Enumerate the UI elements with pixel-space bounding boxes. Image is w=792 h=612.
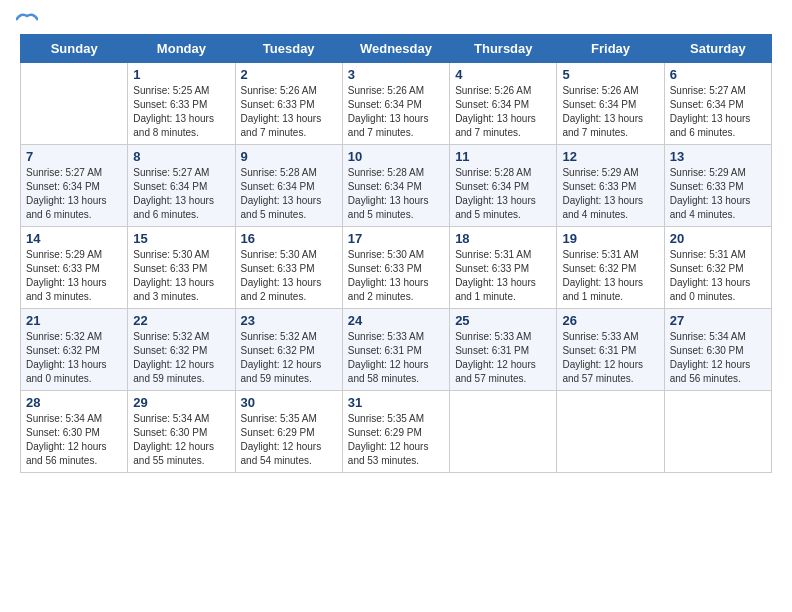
- day-info: Sunrise: 5:33 AM Sunset: 6:31 PM Dayligh…: [455, 330, 551, 386]
- week-row-4: 21Sunrise: 5:32 AM Sunset: 6:32 PM Dayli…: [21, 309, 772, 391]
- day-number: 18: [455, 231, 551, 246]
- day-info: Sunrise: 5:25 AM Sunset: 6:33 PM Dayligh…: [133, 84, 229, 140]
- day-info: Sunrise: 5:32 AM Sunset: 6:32 PM Dayligh…: [133, 330, 229, 386]
- day-number: 21: [26, 313, 122, 328]
- day-number: 2: [241, 67, 337, 82]
- calendar-cell: 5Sunrise: 5:26 AM Sunset: 6:34 PM Daylig…: [557, 63, 664, 145]
- day-number: 19: [562, 231, 658, 246]
- calendar-cell: 10Sunrise: 5:28 AM Sunset: 6:34 PM Dayli…: [342, 145, 449, 227]
- day-info: Sunrise: 5:26 AM Sunset: 6:34 PM Dayligh…: [562, 84, 658, 140]
- day-number: 23: [241, 313, 337, 328]
- day-info: Sunrise: 5:30 AM Sunset: 6:33 PM Dayligh…: [241, 248, 337, 304]
- day-info: Sunrise: 5:31 AM Sunset: 6:33 PM Dayligh…: [455, 248, 551, 304]
- day-info: Sunrise: 5:28 AM Sunset: 6:34 PM Dayligh…: [348, 166, 444, 222]
- day-info: Sunrise: 5:33 AM Sunset: 6:31 PM Dayligh…: [348, 330, 444, 386]
- calendar-cell: 19Sunrise: 5:31 AM Sunset: 6:32 PM Dayli…: [557, 227, 664, 309]
- day-info: Sunrise: 5:26 AM Sunset: 6:34 PM Dayligh…: [455, 84, 551, 140]
- calendar-cell: 7Sunrise: 5:27 AM Sunset: 6:34 PM Daylig…: [21, 145, 128, 227]
- day-number: 22: [133, 313, 229, 328]
- calendar-cell: 30Sunrise: 5:35 AM Sunset: 6:29 PM Dayli…: [235, 391, 342, 473]
- day-info: Sunrise: 5:26 AM Sunset: 6:33 PM Dayligh…: [241, 84, 337, 140]
- day-number: 29: [133, 395, 229, 410]
- week-row-5: 28Sunrise: 5:34 AM Sunset: 6:30 PM Dayli…: [21, 391, 772, 473]
- day-number: 11: [455, 149, 551, 164]
- day-number: 25: [455, 313, 551, 328]
- day-number: 27: [670, 313, 766, 328]
- calendar-header-row: SundayMondayTuesdayWednesdayThursdayFrid…: [21, 35, 772, 63]
- calendar-cell: 27Sunrise: 5:34 AM Sunset: 6:30 PM Dayli…: [664, 309, 771, 391]
- calendar-cell: 1Sunrise: 5:25 AM Sunset: 6:33 PM Daylig…: [128, 63, 235, 145]
- calendar-cell: 22Sunrise: 5:32 AM Sunset: 6:32 PM Dayli…: [128, 309, 235, 391]
- calendar-cell: 9Sunrise: 5:28 AM Sunset: 6:34 PM Daylig…: [235, 145, 342, 227]
- calendar-cell: 15Sunrise: 5:30 AM Sunset: 6:33 PM Dayli…: [128, 227, 235, 309]
- calendar-cell: 17Sunrise: 5:30 AM Sunset: 6:33 PM Dayli…: [342, 227, 449, 309]
- day-number: 20: [670, 231, 766, 246]
- day-info: Sunrise: 5:28 AM Sunset: 6:34 PM Dayligh…: [455, 166, 551, 222]
- day-info: Sunrise: 5:35 AM Sunset: 6:29 PM Dayligh…: [348, 412, 444, 468]
- calendar-cell: 23Sunrise: 5:32 AM Sunset: 6:32 PM Dayli…: [235, 309, 342, 391]
- calendar-cell: 18Sunrise: 5:31 AM Sunset: 6:33 PM Dayli…: [450, 227, 557, 309]
- col-header-thursday: Thursday: [450, 35, 557, 63]
- day-info: Sunrise: 5:29 AM Sunset: 6:33 PM Dayligh…: [670, 166, 766, 222]
- calendar-cell: 28Sunrise: 5:34 AM Sunset: 6:30 PM Dayli…: [21, 391, 128, 473]
- day-number: 10: [348, 149, 444, 164]
- calendar-cell: 4Sunrise: 5:26 AM Sunset: 6:34 PM Daylig…: [450, 63, 557, 145]
- calendar-cell: 25Sunrise: 5:33 AM Sunset: 6:31 PM Dayli…: [450, 309, 557, 391]
- day-number: 14: [26, 231, 122, 246]
- day-info: Sunrise: 5:30 AM Sunset: 6:33 PM Dayligh…: [348, 248, 444, 304]
- col-header-friday: Friday: [557, 35, 664, 63]
- page-header: [20, 20, 772, 24]
- col-header-wednesday: Wednesday: [342, 35, 449, 63]
- calendar-cell: 2Sunrise: 5:26 AM Sunset: 6:33 PM Daylig…: [235, 63, 342, 145]
- day-number: 8: [133, 149, 229, 164]
- calendar-cell: 14Sunrise: 5:29 AM Sunset: 6:33 PM Dayli…: [21, 227, 128, 309]
- calendar-cell: 31Sunrise: 5:35 AM Sunset: 6:29 PM Dayli…: [342, 391, 449, 473]
- calendar-table: SundayMondayTuesdayWednesdayThursdayFrid…: [20, 34, 772, 473]
- calendar-cell: 11Sunrise: 5:28 AM Sunset: 6:34 PM Dayli…: [450, 145, 557, 227]
- calendar-cell: 6Sunrise: 5:27 AM Sunset: 6:34 PM Daylig…: [664, 63, 771, 145]
- day-number: 12: [562, 149, 658, 164]
- day-number: 17: [348, 231, 444, 246]
- day-info: Sunrise: 5:26 AM Sunset: 6:34 PM Dayligh…: [348, 84, 444, 140]
- week-row-3: 14Sunrise: 5:29 AM Sunset: 6:33 PM Dayli…: [21, 227, 772, 309]
- day-info: Sunrise: 5:28 AM Sunset: 6:34 PM Dayligh…: [241, 166, 337, 222]
- day-number: 13: [670, 149, 766, 164]
- day-number: 28: [26, 395, 122, 410]
- day-number: 9: [241, 149, 337, 164]
- calendar-cell: 21Sunrise: 5:32 AM Sunset: 6:32 PM Dayli…: [21, 309, 128, 391]
- day-info: Sunrise: 5:32 AM Sunset: 6:32 PM Dayligh…: [241, 330, 337, 386]
- calendar-cell: 13Sunrise: 5:29 AM Sunset: 6:33 PM Dayli…: [664, 145, 771, 227]
- calendar-cell: 3Sunrise: 5:26 AM Sunset: 6:34 PM Daylig…: [342, 63, 449, 145]
- day-info: Sunrise: 5:30 AM Sunset: 6:33 PM Dayligh…: [133, 248, 229, 304]
- col-header-monday: Monday: [128, 35, 235, 63]
- day-number: 5: [562, 67, 658, 82]
- day-info: Sunrise: 5:27 AM Sunset: 6:34 PM Dayligh…: [26, 166, 122, 222]
- calendar-cell: [557, 391, 664, 473]
- day-number: 31: [348, 395, 444, 410]
- day-info: Sunrise: 5:31 AM Sunset: 6:32 PM Dayligh…: [670, 248, 766, 304]
- day-info: Sunrise: 5:27 AM Sunset: 6:34 PM Dayligh…: [133, 166, 229, 222]
- day-number: 1: [133, 67, 229, 82]
- calendar-cell: [21, 63, 128, 145]
- day-number: 6: [670, 67, 766, 82]
- day-info: Sunrise: 5:33 AM Sunset: 6:31 PM Dayligh…: [562, 330, 658, 386]
- calendar-cell: 29Sunrise: 5:34 AM Sunset: 6:30 PM Dayli…: [128, 391, 235, 473]
- day-number: 3: [348, 67, 444, 82]
- day-info: Sunrise: 5:27 AM Sunset: 6:34 PM Dayligh…: [670, 84, 766, 140]
- logo-bird-icon: [16, 12, 38, 28]
- calendar-cell: [664, 391, 771, 473]
- day-info: Sunrise: 5:29 AM Sunset: 6:33 PM Dayligh…: [26, 248, 122, 304]
- calendar-cell: [450, 391, 557, 473]
- day-info: Sunrise: 5:35 AM Sunset: 6:29 PM Dayligh…: [241, 412, 337, 468]
- day-number: 24: [348, 313, 444, 328]
- day-number: 15: [133, 231, 229, 246]
- week-row-1: 1Sunrise: 5:25 AM Sunset: 6:33 PM Daylig…: [21, 63, 772, 145]
- calendar-cell: 12Sunrise: 5:29 AM Sunset: 6:33 PM Dayli…: [557, 145, 664, 227]
- calendar-cell: 8Sunrise: 5:27 AM Sunset: 6:34 PM Daylig…: [128, 145, 235, 227]
- col-header-sunday: Sunday: [21, 35, 128, 63]
- day-number: 16: [241, 231, 337, 246]
- day-info: Sunrise: 5:34 AM Sunset: 6:30 PM Dayligh…: [133, 412, 229, 468]
- day-info: Sunrise: 5:34 AM Sunset: 6:30 PM Dayligh…: [670, 330, 766, 386]
- day-info: Sunrise: 5:34 AM Sunset: 6:30 PM Dayligh…: [26, 412, 122, 468]
- day-info: Sunrise: 5:31 AM Sunset: 6:32 PM Dayligh…: [562, 248, 658, 304]
